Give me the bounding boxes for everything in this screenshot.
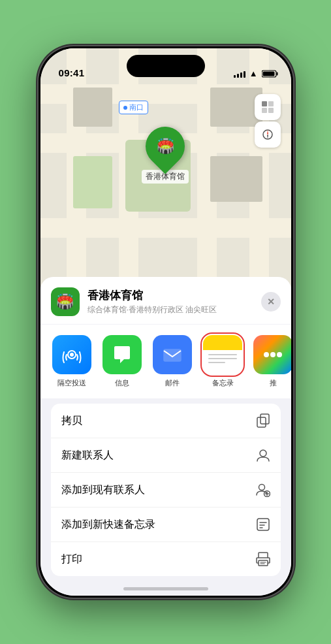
share-item-messages[interactable]: 信息 bbox=[101, 335, 144, 388]
svg-point-12 bbox=[270, 352, 276, 357]
notes-icon bbox=[203, 335, 242, 374]
print-label: 打印 bbox=[61, 553, 82, 566]
map-building bbox=[73, 88, 112, 127]
wifi-icon: ▲ bbox=[249, 69, 258, 78]
svg-rect-1 bbox=[276, 72, 277, 75]
share-item-mail[interactable]: 邮件 bbox=[151, 335, 194, 388]
status-time: 09:41 bbox=[59, 67, 85, 78]
action-copy[interactable]: 拷贝 bbox=[51, 404, 281, 438]
battery-icon bbox=[262, 70, 278, 78]
action-new-contact[interactable]: 新建联系人 bbox=[51, 438, 281, 473]
svg-rect-15 bbox=[257, 417, 266, 427]
airdrop-icon bbox=[52, 335, 91, 374]
copy-icon bbox=[256, 413, 270, 428]
airdrop-label: 隔空投送 bbox=[57, 378, 86, 388]
map-type-button[interactable] bbox=[255, 94, 281, 120]
new-contact-label: 新建联系人 bbox=[61, 449, 114, 462]
pin-background: 🏟️ bbox=[137, 119, 193, 174]
more-icon bbox=[253, 335, 291, 374]
mail-label: 邮件 bbox=[165, 378, 180, 388]
add-quick-note-label: 添加到新快速备忘录 bbox=[61, 518, 155, 532]
venue-icon: 🏟️ bbox=[51, 287, 80, 316]
stadium-icon: 🏟️ bbox=[156, 138, 174, 155]
print-icon bbox=[256, 552, 270, 566]
action-print[interactable]: 打印 bbox=[51, 542, 281, 576]
pin-inner: 🏟️ bbox=[151, 132, 180, 161]
svg-rect-3 bbox=[262, 101, 267, 106]
svg-point-17 bbox=[259, 485, 264, 491]
mail-icon bbox=[153, 335, 192, 374]
map-controls bbox=[255, 94, 281, 148]
sheet-header: 🏟️ 香港体育馆 综合体育馆·香港特别行政区 油尖旺区 ✕ bbox=[40, 277, 291, 324]
venue-info: 香港体育馆 综合体育馆·香港特别行政区 油尖旺区 bbox=[87, 288, 253, 315]
location-pin[interactable]: 🏟️ 香港体育馆 bbox=[142, 127, 189, 184]
quick-note-icon bbox=[256, 517, 270, 532]
status-icons: ▲ bbox=[234, 69, 278, 78]
phone-frame: 09:41 ▲ bbox=[39, 46, 293, 598]
map-green bbox=[73, 156, 112, 208]
svg-rect-10 bbox=[164, 349, 181, 361]
action-add-quick-note[interactable]: 添加到新快速备忘录 bbox=[51, 507, 281, 542]
svg-rect-5 bbox=[262, 108, 267, 113]
venue-subtitle: 综合体育馆·香港特别行政区 油尖旺区 bbox=[87, 304, 253, 315]
location-button[interactable] bbox=[255, 121, 281, 148]
share-item-notes[interactable]: 备忘录 bbox=[202, 335, 244, 388]
share-row: 隔空投送 信息 bbox=[40, 325, 291, 398]
svg-rect-25 bbox=[259, 553, 268, 558]
svg-rect-2 bbox=[262, 71, 274, 76]
new-contact-icon bbox=[256, 448, 270, 462]
svg-rect-14 bbox=[260, 414, 269, 424]
svg-point-11 bbox=[264, 352, 269, 357]
svg-rect-6 bbox=[268, 108, 274, 113]
svg-rect-4 bbox=[268, 101, 274, 106]
messages-label: 信息 bbox=[115, 378, 129, 388]
map-type-icon bbox=[261, 101, 274, 114]
close-button[interactable]: ✕ bbox=[261, 292, 281, 312]
svg-rect-26 bbox=[259, 560, 268, 566]
more-label: 推 bbox=[270, 378, 277, 388]
home-indicator bbox=[123, 587, 208, 590]
share-item-airdrop[interactable]: 隔空投送 bbox=[51, 335, 93, 388]
map-building bbox=[210, 156, 262, 202]
add-existing-label: 添加到现有联系人 bbox=[61, 483, 145, 497]
action-list: 拷贝 新建联系人 添加到现有联系人 bbox=[51, 404, 281, 576]
add-existing-icon bbox=[256, 483, 270, 497]
map-entrance-label: 南口 bbox=[119, 101, 148, 114]
notes-label: 备忘录 bbox=[212, 378, 234, 388]
signal-icon bbox=[234, 70, 245, 78]
svg-point-9 bbox=[70, 353, 74, 357]
messages-icon bbox=[102, 335, 142, 374]
dynamic-island bbox=[127, 55, 205, 77]
svg-point-13 bbox=[277, 352, 282, 357]
phone-screen: 09:41 ▲ bbox=[40, 48, 291, 596]
svg-rect-21 bbox=[257, 519, 269, 530]
entrance-label-text: 南口 bbox=[129, 103, 144, 112]
share-item-more[interactable]: 推 bbox=[252, 335, 291, 388]
venue-name: 香港体育馆 bbox=[87, 288, 253, 303]
copy-label: 拷贝 bbox=[61, 414, 82, 428]
svg-point-16 bbox=[260, 450, 266, 457]
bottom-sheet: 🏟️ 香港体育馆 综合体育馆·香港特别行政区 油尖旺区 ✕ bbox=[40, 277, 291, 596]
compass-icon bbox=[262, 129, 274, 140]
action-add-existing[interactable]: 添加到现有联系人 bbox=[51, 473, 281, 507]
